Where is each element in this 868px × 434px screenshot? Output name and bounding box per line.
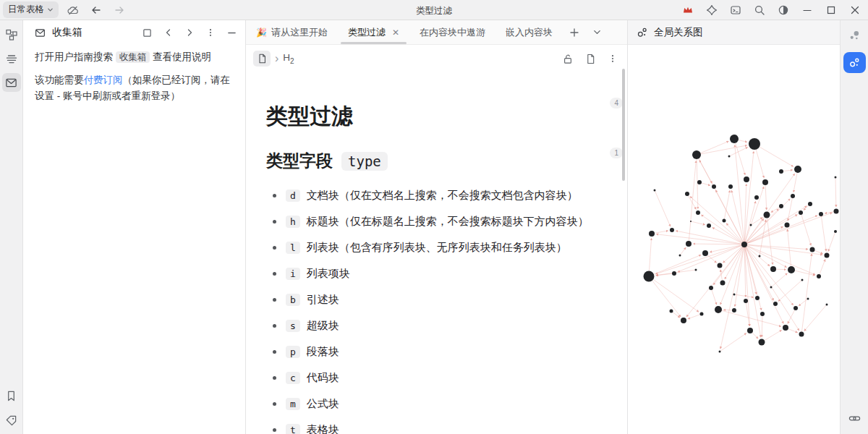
- graph-node[interactable]: [728, 156, 731, 158]
- list-item[interactable]: c代码块: [266, 370, 627, 386]
- graph-node[interactable]: [817, 274, 821, 278]
- editor-scrollbar[interactable]: [622, 69, 625, 181]
- graph-node[interactable]: [799, 210, 803, 215]
- graph-node[interactable]: [732, 308, 736, 312]
- graph-node[interactable]: [649, 231, 655, 237]
- graph-node[interactable]: [835, 176, 837, 179]
- document-icon[interactable]: [586, 54, 595, 64]
- graph-node[interactable]: [718, 263, 723, 268]
- graph-node[interactable]: [807, 298, 809, 300]
- graph-node[interactable]: [692, 150, 701, 159]
- dock-inbox-button[interactable]: [2, 73, 21, 92]
- graph-node[interactable]: [779, 204, 783, 208]
- graph-node[interactable]: [764, 212, 770, 218]
- graph-node[interactable]: [834, 209, 839, 214]
- list-item[interactable]: m公式块: [266, 396, 627, 412]
- breadcrumb-heading[interactable]: H2: [283, 52, 294, 65]
- graph-node[interactable]: [702, 250, 708, 256]
- more-vertical-icon[interactable]: [206, 28, 215, 37]
- graph-node[interactable]: [679, 255, 681, 257]
- graph-node[interactable]: [685, 192, 689, 196]
- graph-node[interactable]: [744, 176, 749, 182]
- theme-mode-button[interactable]: [776, 2, 791, 18]
- list-item[interactable]: l列表块（包含有序列表块、无序列表块和任务列表块）: [266, 239, 627, 255]
- ref-count-badge[interactable]: 1: [610, 148, 623, 158]
- tab-getting-started[interactable]: 🎉 请从这里开始: [246, 20, 338, 44]
- graph-node[interactable]: [810, 247, 815, 252]
- dock-doc-tree-button[interactable]: [2, 25, 21, 44]
- graph-node[interactable]: [799, 332, 804, 337]
- graph-node[interactable]: [741, 242, 747, 247]
- graph-node[interactable]: [670, 310, 673, 313]
- graph-node[interactable]: [696, 210, 700, 215]
- workspace-selector[interactable]: 日常表格: [3, 1, 59, 18]
- graph-node[interactable]: [759, 339, 765, 346]
- list-item[interactable]: s超级块: [266, 318, 627, 333]
- subscribe-button[interactable]: [681, 2, 695, 18]
- sync-off-button[interactable]: [64, 2, 82, 18]
- graph-node[interactable]: [825, 253, 830, 258]
- list-item[interactable]: i列表项块: [266, 265, 627, 281]
- graph-node[interactable]: [794, 166, 801, 173]
- unlock-icon[interactable]: [563, 54, 573, 64]
- dock-local-graph-button[interactable]: [845, 26, 864, 45]
- paid-subscription-link[interactable]: 付费订阅: [84, 75, 123, 85]
- marketplace-button[interactable]: [705, 2, 719, 18]
- graph-node[interactable]: [672, 271, 676, 276]
- graph-node[interactable]: [723, 219, 726, 223]
- global-graph-canvas[interactable]: [628, 45, 841, 434]
- graph-node[interactable]: [762, 179, 768, 185]
- graph-node[interactable]: [681, 318, 686, 323]
- collapse-panel-icon[interactable]: [227, 28, 237, 38]
- graph-node[interactable]: [715, 306, 722, 313]
- close-button[interactable]: [848, 2, 862, 18]
- graph-node[interactable]: [700, 312, 704, 316]
- graph-node[interactable]: [719, 351, 721, 353]
- graph-node[interactable]: [755, 296, 760, 300]
- graph-node[interactable]: [749, 138, 760, 150]
- tab-type-filter[interactable]: 类型过滤 ✕: [338, 20, 409, 44]
- graph-node[interactable]: [819, 212, 823, 216]
- graph-node[interactable]: [770, 286, 773, 289]
- graph-node[interactable]: [690, 221, 692, 222]
- list-item[interactable]: t表格块: [266, 422, 627, 434]
- graph-node[interactable]: [644, 271, 655, 282]
- global-search-button[interactable]: [752, 2, 767, 18]
- list-item[interactable]: p段落块: [266, 344, 627, 359]
- graph-node[interactable]: [709, 286, 713, 290]
- graph-node[interactable]: [759, 255, 761, 258]
- tab-roam-blocks[interactable]: 在内容块中遨游: [409, 20, 495, 44]
- graph-node[interactable]: [785, 223, 790, 228]
- doc-title[interactable]: 类型过滤: [266, 72, 627, 130]
- graph-node[interactable]: [791, 194, 795, 198]
- dock-outline-button[interactable]: [2, 49, 21, 68]
- graph-node[interactable]: [750, 224, 752, 226]
- graph-node[interactable]: [788, 266, 795, 273]
- nav-back-button[interactable]: [88, 2, 105, 18]
- tab-close-icon[interactable]: ✕: [392, 27, 399, 38]
- graph-node[interactable]: [744, 299, 748, 303]
- command-panel-button[interactable]: [728, 2, 743, 18]
- graph-node[interactable]: [754, 195, 759, 200]
- graph-node[interactable]: [801, 279, 804, 281]
- graph-node[interactable]: [783, 325, 788, 331]
- dock-global-graph-button[interactable]: [843, 52, 866, 73]
- graph-node[interactable]: [728, 184, 733, 189]
- graph-node[interactable]: [670, 228, 674, 232]
- tab-list-button[interactable]: [586, 20, 608, 44]
- tab-embed-blocks[interactable]: 嵌入内容块: [495, 20, 563, 44]
- minimize-button[interactable]: [800, 2, 814, 18]
- chevron-right-icon[interactable]: [185, 28, 194, 37]
- maximize-button[interactable]: [824, 2, 838, 18]
- graph-node[interactable]: [697, 180, 702, 184]
- graph-node[interactable]: [773, 302, 778, 306]
- graph-node[interactable]: [686, 241, 692, 247]
- document-body[interactable]: 类型过滤 类型字段 type d文档块（仅在文档名上搜索，不会搜索文档包含内容块…: [246, 72, 627, 434]
- list-item[interactable]: h标题块（仅在标题名上搜索，不会搜索标题块下方内容块）: [266, 213, 627, 229]
- graph-node[interactable]: [826, 304, 828, 306]
- graph-node[interactable]: [695, 269, 697, 271]
- graph-node[interactable]: [808, 202, 812, 206]
- graph-node[interactable]: [793, 306, 798, 310]
- dock-bookmark-button[interactable]: [2, 386, 21, 405]
- doc-section-heading[interactable]: 类型字段 type: [266, 150, 627, 172]
